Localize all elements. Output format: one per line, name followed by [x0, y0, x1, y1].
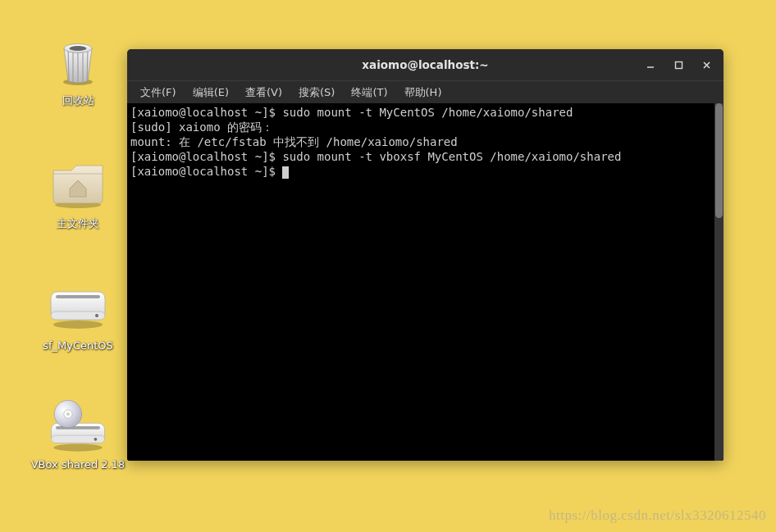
svg-rect-18: [675, 61, 682, 68]
desktop-icon-label: 主文件夹: [57, 216, 99, 231]
svg-point-2: [70, 46, 87, 51]
maximize-button[interactable]: [666, 54, 691, 75]
scrollbar-thumb[interactable]: [715, 103, 723, 218]
menu-help[interactable]: 帮助(H): [396, 83, 450, 102]
desktop-icon-label: sf_MyCentOS: [43, 339, 113, 352]
menu-file[interactable]: 文件(F): [132, 83, 185, 102]
svg-point-9: [53, 443, 103, 451]
menu-terminal[interactable]: 终端(T): [343, 83, 395, 102]
drive-icon: [45, 279, 111, 336]
desktop-icon-vbox-drive[interactable]: VBox shared 2.18: [29, 398, 127, 471]
terminal-scrollbar[interactable]: [714, 103, 724, 461]
svg-point-16: [66, 412, 70, 416]
menu-search[interactable]: 搜索(S): [290, 83, 343, 102]
menu-view[interactable]: 查看(V): [237, 83, 290, 102]
terminal-line: mount: 在 /etc/fstab 中找不到 /home/xaiomo/sh…: [130, 135, 458, 148]
svg-point-8: [95, 314, 98, 317]
watermark-text: https://blog.csdn.net/slx3320612540: [549, 507, 766, 524]
desktop-icon-home-folder[interactable]: 主文件夹: [29, 156, 127, 231]
terminal-titlebar[interactable]: xaiomo@localhost:~: [127, 49, 724, 80]
terminal-cursor: [282, 166, 289, 179]
minimize-button[interactable]: [638, 54, 663, 75]
terminal-title: xaiomo@localhost:~: [127, 58, 724, 71]
terminal-line: [xaiomo@localhost ~]$ sudo mount -t vbox…: [130, 150, 621, 163]
desktop-icon-trash[interactable]: 回收站: [29, 33, 127, 108]
svg-point-13: [94, 438, 98, 441]
terminal-menubar: 文件(F) 编辑(E) 查看(V) 搜索(S) 终端(T) 帮助(H): [127, 80, 724, 103]
svg-rect-6: [56, 295, 100, 298]
desktop-icon-label: 回收站: [62, 93, 94, 108]
window-controls: [638, 49, 719, 80]
menu-edit[interactable]: 编辑(E): [185, 83, 237, 102]
trash-icon: [45, 33, 111, 90]
terminal-window: xaiomo@localhost:~ 文件(F) 编辑(E) 查看(V) 搜索(…: [127, 49, 724, 461]
desktop-icon-label: VBox shared 2.18: [31, 458, 126, 471]
terminal-line: [sudo] xaiomo 的密码：: [130, 120, 273, 134]
close-button[interactable]: [694, 54, 719, 75]
svg-point-4: [53, 321, 103, 329]
terminal-body[interactable]: [xaiomo@localhost ~]$ sudo mount -t MyCe…: [127, 103, 724, 461]
folder-icon: [45, 156, 111, 213]
terminal-prompt: [xaiomo@localhost ~]$: [130, 165, 282, 178]
terminal-line: [xaiomo@localhost ~]$ sudo mount -t MyCe…: [130, 106, 573, 119]
desktop-icon-shared-drive[interactable]: sf_MyCentOS: [29, 279, 127, 352]
optical-drive-icon: [45, 398, 111, 455]
